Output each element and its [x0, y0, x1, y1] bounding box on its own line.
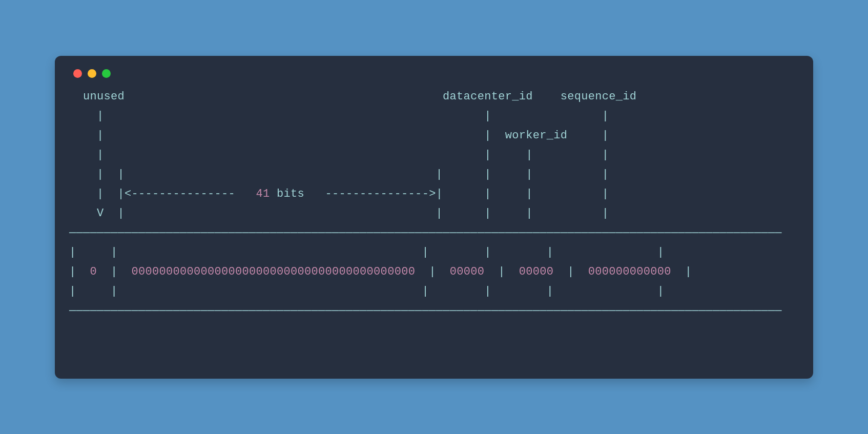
sep-4: | — [553, 265, 588, 278]
sep-5: | — [671, 265, 692, 278]
sep-2: | — [415, 265, 450, 278]
maximize-icon[interactable] — [102, 69, 111, 78]
diagram-line-2: | | worker_id | — [69, 129, 609, 142]
diagram-line-0: unused datacenter_id sequence_id — [69, 90, 636, 103]
diagram-line-4: | | | | | | — [69, 168, 609, 181]
minimize-icon[interactable] — [88, 69, 96, 78]
sequence-id-value: 000000000000 — [588, 265, 671, 278]
diagram-line-7-hr: ————————————————————————————————————————… — [69, 226, 782, 239]
bit-layout-diagram: unused datacenter_id sequence_id | | | | — [69, 87, 799, 321]
diagram-line-5-pre: | |<--------------- — [69, 188, 256, 200]
diagram-line-3: | | | | — [69, 149, 609, 161]
diagram-line-10: | | | | | | — [69, 285, 664, 298]
datacenter-id-value: 00000 — [450, 265, 485, 278]
sep-3: | — [484, 265, 519, 278]
timestamp-bits-value: 0000000000000000000000000000000000000000… — [132, 265, 416, 278]
diagram-line-8: | | | | | | — [69, 246, 664, 259]
terminal-window: unused datacenter_id sequence_id | | | | — [55, 56, 813, 379]
unused-bit-value: 0 — [90, 265, 97, 278]
close-icon[interactable] — [73, 69, 82, 78]
diagram-line-9-pre: | — [69, 265, 90, 278]
diagram-line-5-mid: bits --------------->| | | | — [270, 188, 609, 200]
worker-id-value: 00000 — [519, 265, 554, 278]
bit-count-41: 41 — [256, 188, 270, 200]
diagram-line-11-hr: ————————————————————————————————————————… — [69, 304, 782, 317]
sep-1: | — [97, 265, 132, 278]
diagram-line-6: V | | | | | — [69, 207, 609, 220]
diagram-line-1: | | | — [69, 110, 609, 122]
window-controls — [69, 66, 799, 87]
